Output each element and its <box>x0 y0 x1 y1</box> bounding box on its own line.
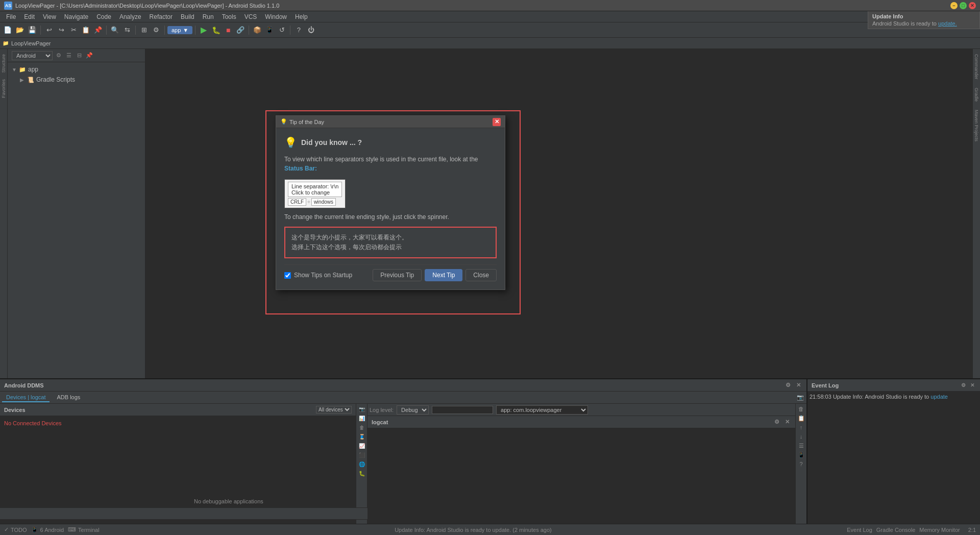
menu-vcs[interactable]: VCS <box>240 12 261 21</box>
close-button[interactable]: ✕ <box>969 2 976 9</box>
toolbar-cut[interactable]: ✂ <box>68 25 79 36</box>
toolbar-redo[interactable]: ↪ <box>56 25 67 36</box>
tip-body2: To change the current line ending style,… <box>284 213 497 221</box>
status-event-log[interactable]: Event Log <box>847 527 872 533</box>
logcat-filter-icon[interactable]: ☰ <box>797 442 805 450</box>
devices-alloc-icon[interactable]: ⬛ <box>358 451 366 459</box>
tip-dialog[interactable]: 💡 Tip of the Day ✕ 💡 Did you know ... ? … <box>276 115 505 290</box>
run-play-button[interactable]: ▶ <box>198 25 209 36</box>
logcat-body <box>368 428 795 524</box>
maven-tab[interactable]: Maven Projects <box>973 107 980 144</box>
logcat-clear-icon[interactable]: 🗑 <box>797 405 805 413</box>
no-debuggable-text: No debuggable applications <box>194 498 263 504</box>
tip-red-box: 这个是导大的小提示，大家可以看看这个。选择上下边这个选项，每次启动都会提示 <box>284 227 497 258</box>
logcat-settings-icon[interactable]: ⚙ <box>773 418 781 426</box>
toolbar-new[interactable]: 📄 <box>2 25 13 36</box>
status-bar: ✓TODO 📱6 Android ⌨Terminal Update Info: … <box>0 524 980 535</box>
run-debug-button[interactable]: 🐛 <box>210 25 222 36</box>
toolbar-search[interactable]: 🔍 <box>109 25 120 36</box>
device-select[interactable]: All devices <box>316 406 352 414</box>
run-attach-button[interactable]: 🔗 <box>235 25 246 36</box>
toolbar-save[interactable]: 💾 <box>27 25 38 36</box>
commander-tab[interactable]: Commander <box>973 51 980 83</box>
menu-edit[interactable]: Edit <box>20 12 39 21</box>
ddms-screenshot-icon[interactable]: 📷 <box>796 394 804 402</box>
show-tips-checkbox[interactable] <box>284 272 291 279</box>
previous-tip-button[interactable]: Previous Tip <box>373 269 422 281</box>
run-stop-button[interactable]: ■ <box>223 25 234 36</box>
minimize-button[interactable]: − <box>950 2 958 9</box>
menu-tools[interactable]: Tools <box>218 12 240 21</box>
menu-run[interactable]: Run <box>199 12 218 21</box>
project-options-icon[interactable]: ☰ <box>65 52 73 60</box>
tip-image-bottom: CRLF ÷ windows <box>288 198 342 206</box>
status-gradle-console[interactable]: Gradle Console <box>876 527 915 533</box>
bottom-left: Android DDMS ⚙ ✕ Devices | logcat ADB lo… <box>0 379 806 524</box>
toolbar-structure[interactable]: ⊞ <box>138 25 150 36</box>
status-android[interactable]: 📱6 Android <box>31 526 64 533</box>
structure-tab[interactable]: Structure <box>0 51 7 76</box>
toolbar-undo[interactable]: ↩ <box>43 25 55 36</box>
event-log-settings-icon[interactable]: ⚙ <box>960 382 967 389</box>
devices-network-icon[interactable]: 🌐 <box>358 460 366 468</box>
toolbar-paste[interactable]: 📌 <box>92 25 104 36</box>
status-todo[interactable]: ✓TODO <box>4 526 27 533</box>
logcat-scroll-icon[interactable]: 📋 <box>797 414 805 422</box>
logcat-up-icon[interactable]: ↑ <box>797 423 805 431</box>
devices-camera-icon[interactable]: 📷 <box>358 405 366 413</box>
favorites-tab[interactable]: Favorites <box>0 76 7 101</box>
logcat-question-icon[interactable]: ? <box>797 460 805 468</box>
logcat-close-icon[interactable]: ✕ <box>783 418 791 426</box>
menu-file[interactable]: File <box>2 12 20 21</box>
toolbar-power[interactable]: ⏻ <box>305 25 316 36</box>
menu-navigate[interactable]: Navigate <box>60 12 92 21</box>
status-memory-monitor[interactable]: Memory Monitor <box>919 527 960 533</box>
devices-dump-icon[interactable]: 📊 <box>358 414 366 422</box>
toolbar-copy[interactable]: 📋 <box>80 25 91 36</box>
log-level-select[interactable]: Debug <box>397 405 429 415</box>
toolbar-help[interactable]: ? <box>293 25 304 36</box>
logcat-down-icon[interactable]: ↓ <box>797 432 805 441</box>
toolbar-sync[interactable]: ↺ <box>276 25 287 36</box>
ddms-close-icon[interactable]: ✕ <box>794 381 802 390</box>
close-dialog-button[interactable]: Close <box>465 269 497 281</box>
status-terminal[interactable]: ⌨Terminal <box>68 526 100 533</box>
toolbar-sdk-manager[interactable]: 📦 <box>252 25 263 36</box>
ddms-tab-logcat[interactable]: Devices | logcat <box>2 393 50 402</box>
devices-thread-icon[interactable]: 🧵 <box>358 432 366 441</box>
project-pin-icon[interactable]: 📌 <box>85 52 93 60</box>
next-tip-button[interactable]: Next Tip <box>425 269 462 281</box>
devices-debug-icon[interactable]: 🐛 <box>358 469 366 477</box>
devices-heap-icon[interactable]: 📈 <box>358 442 366 450</box>
toolbar-open[interactable]: 📂 <box>14 25 26 36</box>
tip-close-button[interactable]: ✕ <box>493 118 501 126</box>
ddms-settings-icon[interactable]: ⚙ <box>784 381 792 390</box>
toolbar-replace[interactable]: ⇆ <box>121 25 133 36</box>
ddms-tab-adb[interactable]: ADB logs <box>53 393 84 402</box>
project-gear-icon[interactable]: ⚙ <box>55 52 63 60</box>
event-log-close-icon[interactable]: ✕ <box>969 382 976 389</box>
log-search-input[interactable] <box>432 406 493 414</box>
toolbar-settings[interactable]: ⚙ <box>151 25 162 36</box>
menu-code[interactable]: Code <box>92 12 115 21</box>
gradle-tab[interactable]: Gradle <box>973 85 980 105</box>
run-button[interactable]: app▼ <box>167 26 192 34</box>
menu-window[interactable]: Window <box>261 12 291 21</box>
devices-gc-icon[interactable]: 🗑 <box>358 423 366 431</box>
toolbar-avd-manager[interactable]: 📱 <box>264 25 275 36</box>
menu-refactor[interactable]: Refactor <box>145 12 177 21</box>
menu-view[interactable]: View <box>39 12 60 21</box>
maximize-button[interactable]: □ <box>960 2 967 9</box>
project-collapse-icon[interactable]: ⊟ <box>75 52 83 60</box>
menu-analyze[interactable]: Analyze <box>115 12 145 21</box>
tree-item-app[interactable]: ▼ 📁 app <box>8 64 145 75</box>
tree-item-gradle[interactable]: ▶ 📜 Gradle Scripts <box>8 75 145 85</box>
nav-project-icon: 📁 <box>2 40 9 47</box>
log-app-select[interactable]: app: com.loopviewpager <box>496 405 588 415</box>
update-link[interactable]: update. <box>938 20 957 27</box>
menu-help[interactable]: Help <box>291 12 312 21</box>
event-log-link[interactable]: update <box>930 394 948 400</box>
menu-build[interactable]: Build <box>177 12 199 21</box>
logcat-android-icon[interactable]: 📱 <box>797 451 805 459</box>
project-view-dropdown[interactable]: Android <box>12 51 53 60</box>
